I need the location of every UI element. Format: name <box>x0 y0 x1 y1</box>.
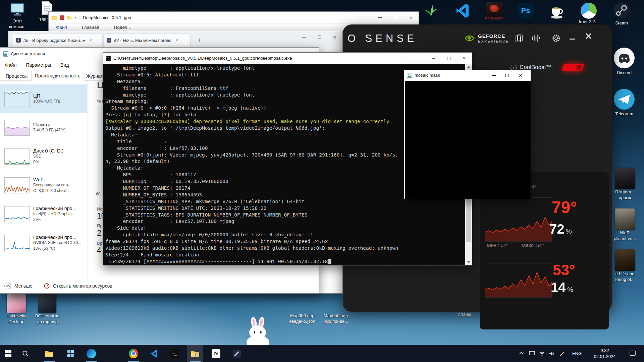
scroll-up-icon[interactable] <box>467 66 470 68</box>
taskbar-terminal[interactable]: >_ <box>166 345 182 362</box>
tray-pen-icon[interactable] <box>557 345 567 362</box>
tab-processes[interactable]: Процессы <box>2 71 31 81</box>
action-center-button[interactable] <box>626 345 639 362</box>
perf-item-gpu-intel[interactable]: Графический про...Intel(R) UHD Graphics2… <box>0 200 87 229</box>
desktop-icon-plant[interactable] <box>421 3 441 21</box>
new-tab-button[interactable]: + <box>195 36 204 45</box>
close-button[interactable]: × <box>457 53 472 64</box>
taskbar-deepmosaics-active[interactable] <box>187 345 203 362</box>
maximize-button[interactable] <box>441 53 457 64</box>
explorer-titlebar[interactable]: | DeepMosaics_0.5.1_gpu × <box>49 12 419 23</box>
tray-network-icon[interactable] <box>537 345 547 362</box>
browser-tab-2[interactable]: /b/ - Ночь. Мы можем погово × <box>103 34 191 47</box>
desktop-icon-steam[interactable]: Steam <box>610 2 633 26</box>
perf-item-gpu-nvidia[interactable]: Графический про...NVIDIA GeForce RTX 30.… <box>0 229 87 257</box>
desktop-label-video-file[interactable]: Мар050 вид имо приде... <box>316 313 356 324</box>
open-resource-monitor-link[interactable]: Открыть монитор ресурсов <box>53 283 112 289</box>
desktop-icon-telegram[interactable]: Telegram <box>612 89 637 117</box>
tab-performance[interactable]: Производительность <box>31 71 84 81</box>
scroll-down-icon[interactable] <box>467 261 470 263</box>
equalizer-icon[interactable] <box>531 34 540 43</box>
icon-label: plicant ve... <box>613 236 637 241</box>
taskbar-chrome[interactable] <box>125 345 142 362</box>
icon-label: fering of... <box>613 277 637 282</box>
minimize-button[interactable] <box>372 12 388 23</box>
desktop-icon-rpgmaker[interactable]: RPGMAKER <box>484 2 504 21</box>
pages-icon[interactable] <box>516 35 523 43</box>
cpu-sparkline <box>4 91 30 107</box>
desktop-icon-vscode[interactable] <box>453 3 472 20</box>
gear-icon[interactable] <box>552 34 560 43</box>
icon-label: Этот компью- <box>4 18 31 29</box>
menu-share[interactable]: Подел... <box>114 25 131 30</box>
minimize-button[interactable] <box>426 53 441 64</box>
collapse-icon[interactable] <box>4 283 11 289</box>
tray-display-icon[interactable] <box>527 345 537 362</box>
desktop-icon-life-suffering[interactable]: e Life and fering of... <box>613 249 637 282</box>
coolboost-toggle[interactable] <box>562 64 584 71</box>
taskbar-vscode[interactable] <box>146 345 162 362</box>
taskbar-file-explorer[interactable] <box>41 345 57 362</box>
desktop-icon-nier-replicant[interactable]: NieR plicant ve... <box>613 208 637 241</box>
close-button[interactable]: × <box>403 12 419 23</box>
perf-item-wifi[interactable]: Wi-FiБеспроводная сетьО: 8,0 П: 8,0 кбит… <box>0 171 87 200</box>
icon-label: RPGMAKER <box>484 17 504 21</box>
desktop-icon-front[interactable]: front-2.2... <box>578 3 600 24</box>
taskbar-edge[interactable] <box>83 345 99 362</box>
desktop-icon-this-pc[interactable]: Этот компью- <box>4 2 31 29</box>
display-icon <box>529 351 535 356</box>
desktop-icon-coffee[interactable] <box>547 3 568 21</box>
desktop-icon-nier-automata[interactable]: RAutom... ярлык <box>613 168 637 200</box>
maximize-button[interactable] <box>500 70 514 80</box>
browser-tab-1[interactable]: /b/ - В бреду родился Лисий. Е × <box>13 34 101 47</box>
front-app-icon <box>581 3 597 19</box>
tab-close-icon[interactable]: × <box>89 38 92 43</box>
minimize-button[interactable] <box>487 70 500 80</box>
tray-volume-icon[interactable] <box>547 345 557 362</box>
minimize-icon[interactable] <box>570 39 575 40</box>
perf-item-disk[interactable]: Диск 0 (C: D:)SSD0% <box>0 142 87 171</box>
less-details-button[interactable]: Меньше <box>14 283 33 289</box>
menu-home[interactable]: Главная <box>82 25 99 30</box>
folder-icon[interactable] <box>66 15 72 20</box>
console-titlebar[interactable]: C:\_ C:\Users\user\Desktop\DeepMosaics_V… <box>103 53 472 64</box>
desktop-icon-photoshop[interactable]: Ps <box>516 3 535 19</box>
start-button[interactable] <box>0 345 16 362</box>
menu-file[interactable]: Файл <box>0 62 21 68</box>
menu-options[interactable]: Параметры <box>21 62 56 68</box>
menu-file[interactable]: Файл <box>56 25 67 30</box>
desktop-icon-discord[interactable]: Discord <box>612 48 637 75</box>
close-button[interactable]: × <box>327 31 342 43</box>
close-button[interactable]: × <box>514 70 527 80</box>
taskbar-notion[interactable]: N <box>208 345 224 362</box>
app-brand: O SENSE <box>347 33 417 45</box>
tab-close-icon[interactable]: × <box>175 38 178 43</box>
search-icon <box>22 350 29 357</box>
tray-show-hidden-icons[interactable] <box>517 345 527 362</box>
menu-view[interactable]: Вид <box>56 62 73 68</box>
perf-item-memory[interactable]: Память7,4/15,8 ГБ (47%) <box>0 113 87 142</box>
maximize-button[interactable] <box>312 31 327 43</box>
minimize-button[interactable] <box>296 31 312 43</box>
browser-tabbar[interactable]: /b/ - В бреду родился Лисий. Е × /b/ - Н… <box>8 31 342 47</box>
desktop-icon-hakuneko[interactable]: HakuNeko Desktop <box>3 294 30 324</box>
taskbar-pen-app[interactable] <box>229 345 245 362</box>
desktop-label-plans[interactable]: планы <box>444 311 485 317</box>
taskbar-search-button[interactable] <box>17 345 34 362</box>
taskbar-app-tiles[interactable] <box>63 345 79 362</box>
maximize-button[interactable] <box>388 12 403 23</box>
max-label-1: Макс. 54° <box>522 242 544 248</box>
close-icon[interactable]: × <box>585 29 592 43</box>
mosaic-titlebar[interactable]: mosaic mask × <box>404 70 531 81</box>
taskbar-clock[interactable]: 9:3202.01.2024 <box>586 345 623 362</box>
chevron-down-icon[interactable] <box>74 17 77 18</box>
quick-action-icon[interactable] <box>60 15 64 20</box>
icon-label: HakuNeko <box>3 313 30 319</box>
icon-label: RAutom... <box>613 189 637 195</box>
game-shortcut-icon <box>615 168 635 189</box>
language-indicator[interactable]: ENG <box>570 345 584 362</box>
divider <box>485 254 605 254</box>
console-line: 15439/28174 [####################-------… <box>105 258 465 265</box>
desktop-icon-bgh[interactable]: BGH оригин ал.rpgmvp <box>34 294 61 324</box>
perf-item-cpu[interactable]: ЦП100% 4,05 ГГц <box>0 84 87 113</box>
